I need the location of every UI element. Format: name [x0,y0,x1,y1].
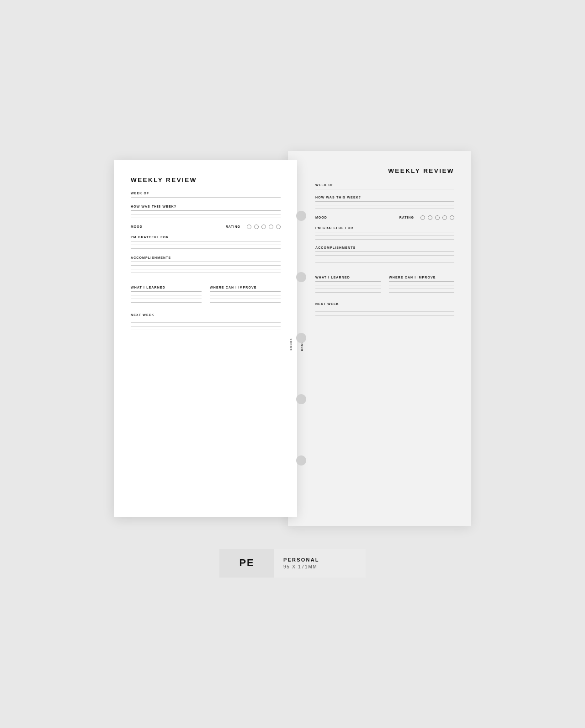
left-accomplishments-label: ACCOMPLISHMENTS [131,256,281,259]
right-grateful-line2 [315,236,454,236]
left-improve-label: WHERE CAN I IMPROVE [210,286,281,289]
right-how-was-week-label: HOW WAS THIS WEEK? [315,196,454,199]
right-grateful-line3 [315,239,454,240]
right-learned-line3 [315,289,381,289]
left-grateful-line1 [131,241,281,241]
left-next-week-line3 [131,326,281,327]
right-learned-line2 [315,285,381,285]
bonus-side-label-left: BONUS [290,338,292,353]
right-accomplishments-line1 [315,252,454,252]
right-two-col: WHAT I LEARNED WHERE CAN I IMPROVE [315,269,454,296]
right-rating-label: RATING [399,216,414,219]
left-improve-line1 [210,291,281,292]
right-rating-circle-1 [420,215,425,220]
left-grateful-label: I'M GRATEFUL FOR [131,236,281,239]
right-next-week-line1 [315,308,454,308]
right-next-week-line3 [315,315,454,316]
right-week-of-line [315,189,454,189]
right-learned-line1 [315,281,381,282]
right-what-learned-col: WHAT I LEARNED [315,269,381,296]
left-rating-circle-1 [247,225,251,229]
left-next-week-line4 [131,330,281,330]
right-improve-label: WHERE CAN I IMPROVE [389,276,454,279]
bottom-abbr: PE [239,557,255,569]
left-learned-line1 [131,291,202,292]
left-improve-col: WHERE CAN I IMPROVE [210,279,281,306]
right-grateful-label: I'M GRATEFUL FOR [315,226,454,230]
left-what-learned-col: WHAT I LEARNED [131,279,202,306]
bottom-title: PERSONAL [283,557,319,562]
left-rating-circle-2 [254,225,259,229]
right-card-content: WEEKLY REVIEW WEEK OF HOW WAS THIS WEEK?… [306,167,454,319]
left-learned-line4 [131,302,202,303]
right-next-week-line4 [315,319,454,319]
left-what-learned-label: WHAT I LEARNED [131,286,202,289]
left-how-week-line1 [131,210,281,211]
bottom-info: PE PERSONAL 95 X 171MM [219,549,366,578]
left-learned-line2 [131,295,202,295]
left-accomplishments-line3 [131,269,281,269]
left-learned-line3 [131,299,202,299]
left-two-col: WHAT I LEARNED WHERE CAN I IMPROVE [131,279,281,306]
bottom-size: 95 X 171MM [283,564,318,569]
right-mood-label: MOOD [315,216,327,219]
bottom-abbr-box: PE [219,549,274,578]
left-grateful-line2 [131,245,281,245]
left-how-was-week-label: HOW WAS THIS WEEK? [131,205,281,208]
left-accomplishments-line1 [131,262,281,262]
right-what-learned-label: WHAT I LEARNED [315,276,381,279]
right-how-week-line2 [315,205,454,205]
left-rating-circle-4 [269,225,273,229]
right-rating-circle-2 [428,215,432,220]
bottom-details-box: PERSONAL 95 X 171MM [274,549,366,578]
right-improve-line4 [389,292,454,293]
left-accomplishments-line4 [131,273,281,273]
right-rating-circle-3 [435,215,440,220]
left-how-week-line2 [131,214,281,214]
left-accomplishments-line2 [131,265,281,266]
left-rating-circle-5 [276,225,281,229]
left-improve-line3 [210,299,281,299]
right-accomplishments-line3 [315,259,454,259]
left-next-week-line1 [131,319,281,319]
left-card: BONUS WEEKLY REVIEW WEEK OF HOW WAS THIS… [114,160,297,517]
right-how-week-line1 [315,201,454,202]
left-week-of-label: WEEK OF [131,192,281,195]
left-mood-label: MOOD [131,225,143,228]
left-rating-circle-3 [261,225,266,229]
left-mood-row: MOOD RATING [131,225,281,229]
right-mood-row: MOOD RATING [315,215,454,220]
left-rating-label: RATING [226,225,240,228]
bonus-side-label-right: BONUS [301,338,303,353]
right-rating-circle-4 [442,215,447,220]
right-improve-line2 [389,285,454,285]
right-rating-circle-5 [450,215,454,220]
right-card-title: WEEKLY REVIEW [315,167,454,174]
left-rating-group: RATING [226,225,281,229]
right-accomplishments-line2 [315,255,454,256]
right-next-week-line2 [315,311,454,312]
left-how-week-line3 [131,218,281,218]
right-week-of-label: WEEK OF [315,183,454,187]
right-accomplishments-label: ACCOMPLISHMENTS [315,246,454,249]
right-how-week-line3 [315,209,454,209]
right-learned-line4 [315,292,381,293]
right-card: BONUS WEEKLY REVIEW WEEK OF HOW WAS THIS… [288,151,471,526]
right-improve-line3 [389,289,454,289]
right-grateful-line1 [315,232,454,232]
left-improve-line2 [210,295,281,295]
right-improve-line1 [389,281,454,282]
left-grateful-line3 [131,248,281,249]
right-next-week-label: NEXT WEEK [315,302,454,305]
left-improve-line4 [210,302,281,303]
left-next-week-line2 [131,322,281,323]
left-week-of-line [131,197,281,198]
right-accomplishments-line4 [315,262,454,263]
left-card-title: WEEKLY REVIEW [131,177,281,183]
left-next-week-label: NEXT WEEK [131,313,281,316]
right-improve-col: WHERE CAN I IMPROVE [389,269,454,296]
right-rating-group: RATING [399,215,454,220]
